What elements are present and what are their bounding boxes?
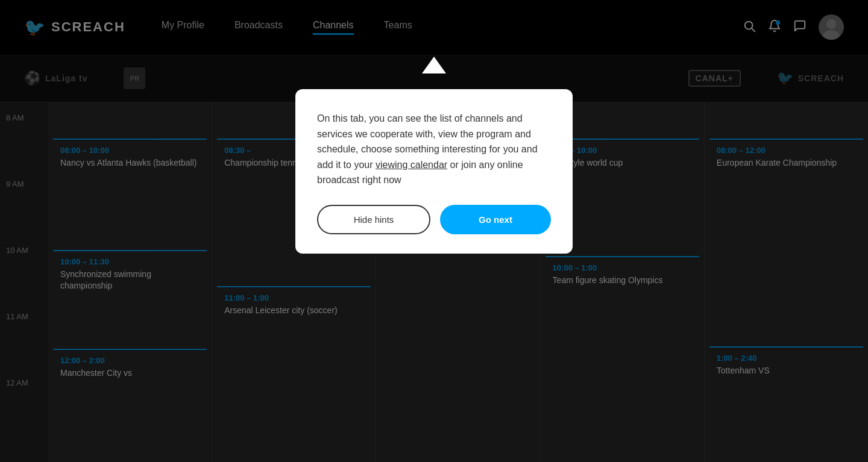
modal-description: On this tab, you can see the list of cha… bbox=[317, 111, 551, 188]
tooltip-arrow bbox=[422, 57, 446, 73]
modal-actions: Hide hints Go next bbox=[317, 205, 551, 234]
hint-modal: On this tab, you can see the list of cha… bbox=[295, 89, 573, 254]
modal-overlay: On this tab, you can see the list of cha… bbox=[0, 0, 868, 462]
viewing-calendar-link[interactable]: viewing calendar bbox=[376, 160, 447, 170]
go-next-button[interactable]: Go next bbox=[440, 205, 551, 234]
hide-hints-button[interactable]: Hide hints bbox=[317, 205, 430, 234]
